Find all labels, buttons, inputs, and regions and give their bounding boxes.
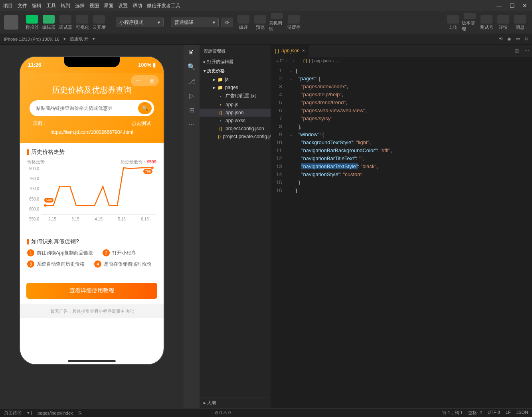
toolbar-可视化[interactable]: 可视化 bbox=[74, 13, 90, 32]
error-count[interactable]: ⊘ 0 ⚠ 0 bbox=[215, 410, 231, 415]
file-js[interactable]: ▸📁js bbox=[200, 75, 271, 83]
menu-项目[interactable]: 项目 bbox=[3, 2, 13, 9]
debug-icon[interactable]: ▷ bbox=[187, 91, 196, 100]
file-pages[interactable]: ▸📁pages bbox=[200, 83, 271, 91]
menu-视图[interactable]: 视图 bbox=[89, 2, 99, 9]
toolbar-编辑器[interactable]: 编辑器 bbox=[41, 13, 57, 32]
svg-point-1 bbox=[151, 167, 154, 169]
file-project.config.json[interactable]: {}project.config.json bbox=[200, 125, 271, 133]
toolbar-清缓存[interactable]: 清缓存 bbox=[286, 13, 302, 32]
toolbar-测试号[interactable]: 测试号 bbox=[479, 13, 494, 32]
chevron-down-icon: ▾ bbox=[213, 20, 215, 25]
menu-帮助[interactable]: 帮助 bbox=[133, 2, 142, 9]
menu-编辑[interactable]: 编辑 bbox=[32, 2, 42, 9]
status-LF[interactable]: LF bbox=[506, 410, 511, 416]
outline-section[interactable]: ▸ 大纲 bbox=[200, 397, 271, 408]
branch-icon[interactable]: ⎇ bbox=[187, 77, 196, 85]
copy-icon[interactable]: ⎘ bbox=[79, 411, 81, 415]
search-button[interactable]: 🔍 bbox=[138, 102, 152, 114]
chart-min-price: ¥599 bbox=[147, 159, 156, 164]
file-app.wxss[interactable]: ▪app.wxss bbox=[200, 117, 271, 125]
menu-转到[interactable]: 转到 bbox=[61, 2, 70, 9]
price-chart: 599 799 bbox=[41, 167, 156, 214]
toolbar-详情[interactable]: 详情 bbox=[495, 13, 511, 32]
file-project.private.config.js...[interactable]: {}project.private.config.js... bbox=[200, 133, 271, 141]
device-icon[interactable]: ▭ bbox=[516, 36, 520, 42]
editor-more-icon[interactable]: ⋯ bbox=[522, 45, 532, 57]
file-app.json[interactable]: {}app.json bbox=[200, 109, 271, 117]
search-input[interactable] bbox=[36, 105, 138, 111]
file-app.js[interactable]: ▪app.js bbox=[200, 101, 271, 109]
chart-x-axis: 2.153.154.155.156.15 bbox=[41, 217, 156, 221]
menu-选择[interactable]: 选择 bbox=[75, 2, 85, 9]
menu-文件[interactable]: 文件 bbox=[18, 2, 27, 9]
refresh-icon[interactable]: ⟳ bbox=[221, 18, 233, 27]
device-selector[interactable]: iPhone 12/13 (Pro) 100% 16 bbox=[4, 37, 59, 42]
toolbar-云开发[interactable]: 云开发 bbox=[91, 13, 107, 32]
opened-editors-section[interactable]: ▸ 打开的编辑器 bbox=[200, 57, 271, 66]
simulator-panel: 11:26 100% ▮ ⋯ ◎ 历史价格及优惠券查询 🔍 示例： bbox=[0, 45, 184, 408]
toolbar-上传[interactable]: 上传 bbox=[445, 13, 461, 32]
chevron-down-icon: ▾ bbox=[158, 20, 160, 25]
target-icon[interactable]: ◎ bbox=[150, 77, 154, 84]
example-url: https://item.jd.com/100026667904.html bbox=[33, 129, 151, 135]
code-editor[interactable]: 12345678910111213141516 ⌄⌄⌄ { "pages": [… bbox=[271, 65, 532, 408]
window-maximize[interactable]: ☐ bbox=[508, 2, 516, 9]
more-icon[interactable]: ⋯ bbox=[135, 77, 141, 84]
step-4: 4是否在促销前临时涨价 bbox=[94, 260, 152, 268]
status-行 1，列 1[interactable]: 行 1，列 1 bbox=[442, 410, 463, 416]
window-close[interactable]: ✕ bbox=[521, 2, 529, 9]
mode-dropdown[interactable]: 小程序模式 ▾ bbox=[116, 18, 164, 27]
compile-dropdown[interactable]: 普通编译 ▾ bbox=[171, 18, 219, 27]
close-icon[interactable]: × bbox=[302, 48, 305, 54]
editor-breadcrumb[interactable]: ≡ ☐ ← → { } { } app.json › ... bbox=[271, 57, 532, 65]
app-title: 历史价格及优惠券查询 bbox=[26, 85, 157, 95]
mode-dropdown-label: 小程序模式 bbox=[119, 19, 143, 26]
pop-out-icon[interactable]: ⧉ bbox=[525, 36, 528, 42]
explorer-title: 资源管理器 bbox=[204, 48, 225, 54]
menu-微信开发者工具[interactable]: 微信开发者工具 bbox=[147, 2, 180, 9]
status-空格: 2[interactable]: 空格: 2 bbox=[468, 410, 482, 416]
window-minimize[interactable]: — bbox=[495, 2, 503, 9]
svg-point-0 bbox=[44, 204, 46, 207]
menu-界面[interactable]: 界面 bbox=[104, 2, 113, 9]
menu-设置[interactable]: 设置 bbox=[118, 2, 128, 9]
file-广告ID配置.txt[interactable]: ▪广告ID配置.txt bbox=[200, 91, 271, 101]
record-icon[interactable]: ◉ bbox=[507, 36, 511, 42]
tab-app-json[interactable]: { } app.json × bbox=[271, 45, 309, 57]
status-time: 11:26 bbox=[28, 62, 41, 68]
project-section[interactable]: ▾ 历史价格 bbox=[200, 66, 271, 75]
view-tutorial-button[interactable]: 查看详细使用教程 bbox=[26, 283, 157, 299]
phone-frame: 11:26 100% ▮ ⋯ ◎ 历史价格及优惠券查询 🔍 示例： bbox=[20, 57, 164, 364]
chart-badge-low: 599 bbox=[44, 198, 53, 203]
search-box[interactable]: 🔍 bbox=[30, 100, 154, 116]
toolbar-真机调试[interactable]: 真机调试 bbox=[269, 13, 285, 32]
toolbar-编译[interactable]: 编译 bbox=[235, 13, 251, 32]
explorer-more-icon[interactable]: ⋯ bbox=[262, 48, 267, 54]
explorer-icon[interactable]: 🗎 bbox=[187, 48, 196, 57]
status-JSON[interactable]: JSON bbox=[516, 410, 528, 416]
toolbar-消息[interactable]: 消息 bbox=[512, 13, 528, 32]
toolbar-版本管理[interactable]: 版本管理 bbox=[462, 13, 478, 32]
hot-reload-toggle[interactable]: 热重载 开 bbox=[70, 36, 89, 42]
split-editor-icon[interactable]: ▥ bbox=[511, 45, 522, 57]
search-icon[interactable]: 🔍 bbox=[187, 62, 196, 71]
card-title: 如何识别真假促销? bbox=[27, 238, 156, 245]
extensions-icon[interactable]: ⊞ bbox=[187, 105, 196, 114]
toolbar-模拟器[interactable]: 模拟器 bbox=[24, 13, 40, 32]
test-button[interactable]: 点击测试 bbox=[132, 120, 151, 127]
status-battery: 100% ▮ bbox=[138, 62, 156, 68]
example-label: 示例： bbox=[33, 120, 47, 127]
page-path[interactable]: pages/index/index bbox=[38, 411, 73, 415]
file-explorer: 资源管理器 ⋯ ▸ 打开的编辑器 ▾ 历史价格 ▸📁js▸📁pages▪广告ID… bbox=[200, 45, 271, 408]
phone-statusbar: 11:26 100% ▮ bbox=[20, 57, 164, 73]
app-header: ⋯ ◎ 历史价格及优惠券查询 🔍 示例： 点击测试 https://item.j… bbox=[20, 73, 164, 143]
capsule-menu[interactable]: ⋯ ◎ bbox=[131, 75, 159, 86]
more-icon[interactable]: ⋯ bbox=[187, 120, 196, 129]
step-3: 3系统自动查询历史价格 bbox=[27, 260, 85, 268]
status-UTF-8[interactable]: UTF-8 bbox=[488, 410, 500, 416]
menu-工具[interactable]: 工具 bbox=[46, 2, 56, 9]
toolbar-调试器[interactable]: 调试器 bbox=[57, 13, 73, 32]
toolbar-预览[interactable]: 预览 bbox=[252, 13, 268, 32]
rotate-icon[interactable]: ⟲ bbox=[499, 36, 502, 42]
